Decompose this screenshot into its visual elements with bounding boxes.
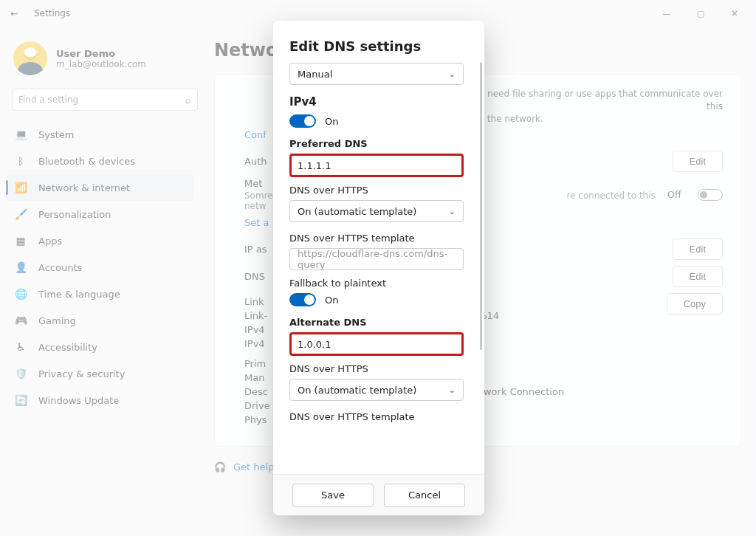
doh2-mode-select[interactable]: On (automatic template) ⌄	[289, 379, 464, 401]
sidebar-item-5[interactable]: 👤Accounts	[6, 254, 193, 281]
doh2-template-label: DNS over HTTPS template	[289, 411, 468, 422]
save-button[interactable]: Save	[292, 484, 374, 507]
sidebar-item-label: Accessibility	[38, 342, 97, 353]
nav-icon: ♿	[15, 341, 27, 353]
chevron-down-icon: ⌄	[449, 207, 456, 216]
alternate-dns-input[interactable]: 1.0.0.1	[289, 332, 464, 356]
nav-icon: 🎮	[15, 315, 27, 326]
doh2-mode-value: On (automatic template)	[298, 385, 416, 396]
sidebar-item-label: Windows Update	[38, 395, 119, 406]
doh-template-placeholder: https://cloudflare-dns.com/dns-query	[298, 248, 456, 270]
nav-icon: 🖌️	[15, 208, 27, 220]
minimize-button[interactable]: —	[650, 1, 684, 25]
net-icon: 📶	[15, 182, 27, 193]
ipv4-section: IPv4	[289, 95, 468, 109]
nav-icon: 👤	[15, 261, 27, 273]
sidebar-item-7[interactable]: 🎮Gaming	[6, 307, 193, 334]
back-button[interactable]: ←	[10, 8, 34, 19]
sidebar-item-label: Bluetooth & devices	[38, 156, 135, 167]
metered-toggle[interactable]	[698, 189, 723, 201]
dns-mode-select[interactable]: Manual ⌄	[289, 63, 464, 85]
help-label: Get help	[233, 461, 274, 473]
sidebar-item-0[interactable]: 💻System	[6, 121, 193, 148]
ipv4-on-label: On	[325, 116, 338, 127]
search-input[interactable]: Find a setting ⌕	[12, 89, 198, 111]
preferred-dns-label: Preferred DNS	[289, 138, 468, 149]
nav-icon: ▦	[15, 235, 27, 247]
ipv4-toggle[interactable]	[289, 114, 316, 128]
doh2-label: DNS over HTTPS	[289, 363, 468, 374]
dialog-title: Edit DNS settings	[289, 38, 468, 54]
search-icon: ⌕	[185, 95, 191, 106]
profile-name: User Demo	[56, 48, 146, 59]
dns-mode-value: Manual	[298, 69, 332, 80]
fallback-on-label: On	[325, 295, 338, 306]
doh-template-input[interactable]: https://cloudflare-dns.com/dns-query	[289, 248, 464, 270]
preferred-dns-input[interactable]: 1.1.1.1	[289, 154, 464, 177]
maximize-button[interactable]: ▢	[684, 1, 718, 25]
scrollbar[interactable]	[480, 62, 482, 350]
chevron-down-icon: ⌄	[449, 385, 456, 395]
edit-dns-dialog: Edit DNS settings Manual ⌄ IPv4 On Prefe…	[273, 21, 484, 515]
edit-ip-button[interactable]: Edit	[673, 238, 723, 260]
connected-tail: re connected to this	[567, 190, 656, 201]
sidebar: User Demo m_lab@outlook.com Find a setti…	[0, 32, 199, 418]
avatar	[13, 41, 47, 75]
sidebar-item-8[interactable]: ♿Accessibility	[6, 334, 193, 360]
edit-auth-button[interactable]: Edit	[673, 151, 723, 172]
sidebar-item-label: Network & internet	[38, 182, 130, 193]
doh-label: DNS over HTTPS	[289, 185, 468, 196]
sidebar-item-9[interactable]: 🛡️Privacy & security	[6, 360, 193, 387]
sidebar-item-label: System	[38, 129, 74, 140]
copy-button[interactable]: Copy	[667, 293, 723, 315]
search-placeholder: Find a setting	[18, 95, 78, 105]
sidebar-item-6[interactable]: 🌐Time & language	[6, 281, 193, 307]
sidebar-item-label: Privacy & security	[38, 368, 125, 379]
close-button[interactable]: ✕	[718, 1, 752, 25]
nav-icon: 💻	[15, 128, 27, 140]
sidebar-item-label: Accounts	[38, 262, 82, 273]
sidebar-item-3[interactable]: 🖌️Personalization	[6, 201, 193, 227]
nav-icon: 🛡️	[15, 368, 27, 379]
sidebar-item-label: Gaming	[38, 315, 76, 326]
nav-icon: 🔄	[15, 394, 27, 406]
sidebar-item-bt[interactable]: ᛒBluetooth & devices	[6, 148, 193, 174]
nav-icon: 🌐	[15, 288, 27, 300]
alternate-dns-label: Alternate DNS	[289, 317, 468, 328]
profile-email: m_lab@outlook.com	[56, 59, 146, 69]
window-title: Settings	[34, 8, 70, 18]
sidebar-item-label: Apps	[38, 236, 62, 247]
edit-dns-button[interactable]: Edit	[673, 266, 723, 287]
sidebar-item-10[interactable]: 🔄Windows Update	[6, 387, 193, 413]
cancel-button[interactable]: Cancel	[384, 484, 465, 507]
metered-off-text: Off	[667, 189, 681, 200]
sidebar-item-4[interactable]: ▦Apps	[6, 227, 193, 254]
doh-template-label: DNS over HTTPS template	[289, 233, 468, 244]
alternate-dns-value: 1.0.0.1	[298, 339, 331, 350]
sidebar-item-label: Time & language	[38, 289, 120, 300]
profile-block[interactable]: User Demo m_lab@outlook.com	[6, 37, 193, 87]
help-icon: 🎧	[214, 461, 226, 473]
fallback-label: Fallback to plaintext	[289, 278, 468, 289]
sidebar-item-net[interactable]: 📶Network & internet	[6, 174, 193, 201]
fallback-toggle[interactable]	[289, 293, 316, 306]
bt-icon: ᛒ	[15, 155, 27, 167]
doh-mode-value: On (automatic template)	[298, 206, 416, 217]
preferred-dns-value: 1.1.1.1	[298, 160, 331, 171]
sidebar-item-label: Personalization	[38, 209, 111, 220]
doh-mode-select[interactable]: On (automatic template) ⌄	[289, 200, 464, 222]
chevron-down-icon: ⌄	[449, 69, 456, 79]
